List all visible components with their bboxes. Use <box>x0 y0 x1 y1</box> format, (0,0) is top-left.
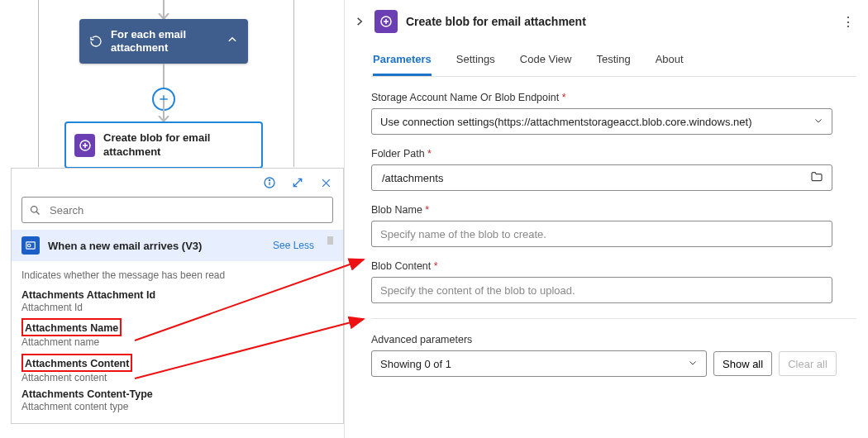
token-source-title: When a new email arrives (V3) <box>48 240 202 252</box>
expand-icon[interactable] <box>290 175 305 190</box>
foreach-card[interactable]: For each email attachment <box>79 19 248 64</box>
loop-icon <box>89 35 103 48</box>
token-item[interactable]: Attachments Content-Type Attachment cont… <box>21 388 333 412</box>
tab-settings[interactable]: Settings <box>456 48 495 76</box>
field-label: Blob Name * <box>371 204 856 216</box>
scrollbar[interactable] <box>327 236 333 245</box>
see-less-link[interactable]: See Less <box>273 240 314 251</box>
config-header: Create blob for email attachment ⋮ <box>353 5 856 48</box>
blob-content-placeholder: Specify the content of the blob to uploa… <box>380 284 575 297</box>
token-item[interactable]: Attachments Content Attachment content <box>21 354 333 383</box>
info-icon[interactable] <box>262 175 277 190</box>
create-blob-card[interactable]: Create blob for email attachment <box>64 121 263 169</box>
token-title: Attachments Name <box>25 322 118 334</box>
storage-account-value: Use connection settings(https://attachme… <box>380 116 751 128</box>
svg-point-9 <box>31 206 38 212</box>
field-advanced: Advanced parameters Showing 0 of 1 Show … <box>371 334 856 377</box>
outlook-icon <box>21 236 40 255</box>
folder-path-field[interactable] <box>380 171 810 185</box>
separator <box>371 318 856 319</box>
svg-point-5 <box>269 179 269 180</box>
chevron-down-icon <box>688 358 698 370</box>
config-tabs: Parameters Settings Code View Testing Ab… <box>371 48 856 77</box>
show-all-button[interactable]: Show all <box>713 351 772 376</box>
token-picker-panel: When a new email arrives (V3) See Less I… <box>11 168 344 424</box>
create-blob-label: Create blob for email attachment <box>103 131 253 159</box>
blob-name-input[interactable]: Specify name of the blob to create. <box>371 221 832 247</box>
token-item[interactable]: Attachments Attachment Id Attachment Id <box>21 289 333 313</box>
connector <box>163 64 165 88</box>
field-label: Blob Content * <box>371 260 856 272</box>
blob-storage-icon <box>74 134 95 157</box>
workflow-canvas: For each email attachment Create blob fo… <box>0 0 344 438</box>
svg-line-10 <box>36 212 39 214</box>
blob-storage-icon <box>374 10 398 33</box>
clear-all-button: Clear all <box>779 351 837 376</box>
config-form: Storage Account Name Or Blob Endpoint * … <box>371 92 856 390</box>
config-title: Create blob for email attachment <box>406 15 586 28</box>
close-icon[interactable] <box>318 175 333 190</box>
chevron-down-icon <box>813 116 823 128</box>
folder-icon[interactable] <box>810 170 823 186</box>
token-item[interactable]: Attachments Name Attachment name <box>21 318 333 348</box>
tab-about[interactable]: About <box>656 48 684 76</box>
field-label: Advanced parameters <box>371 334 856 345</box>
token-list: Indicates whether the message has been r… <box>12 261 343 423</box>
field-label: Folder Path * <box>371 148 856 159</box>
config-panel: Create blob for email attachment ⋮ Param… <box>344 0 868 438</box>
token-source-row[interactable]: When a new email arrives (V3) See Less <box>12 230 343 261</box>
folder-path-input[interactable] <box>371 164 832 191</box>
storage-account-select[interactable]: Use connection settings(https://attachme… <box>371 108 832 135</box>
token-desc: Attachment content type <box>21 401 333 412</box>
foreach-label: For each email attachment <box>111 28 218 55</box>
token-title: Attachments Attachment Id <box>21 289 333 302</box>
field-storage-account: Storage Account Name Or Blob Endpoint * … <box>371 92 856 135</box>
tab-testing[interactable]: Testing <box>596 48 630 76</box>
field-folder-path: Folder Path * <box>371 148 856 191</box>
tab-code-view[interactable]: Code View <box>520 48 572 76</box>
token-desc: Attachment name <box>21 336 333 348</box>
blob-content-input[interactable]: Specify the content of the blob to uploa… <box>371 277 832 303</box>
field-label: Storage Account Name Or Blob Endpoint * <box>371 92 856 103</box>
tab-parameters[interactable]: Parameters <box>373 48 432 76</box>
advanced-value: Showing 0 of 1 <box>380 358 451 370</box>
chevron-right-icon[interactable] <box>353 15 366 28</box>
token-desc: Attachment Id <box>21 302 333 313</box>
blob-name-placeholder: Specify name of the blob to create. <box>380 228 546 240</box>
token-search-wrap[interactable] <box>21 197 333 223</box>
token-title: Attachments Content-Type <box>21 388 333 401</box>
advanced-select[interactable]: Showing 0 of 1 <box>371 350 707 377</box>
token-title: Attachments Content <box>25 358 129 369</box>
svg-point-12 <box>28 244 31 247</box>
svg-line-6 <box>293 179 301 186</box>
more-menu-icon[interactable]: ⋮ <box>842 14 856 30</box>
field-blob-content: Blob Content * Specify the content of th… <box>371 260 856 303</box>
token-search-input[interactable] <box>48 203 326 217</box>
chevron-up-icon[interactable] <box>227 34 238 49</box>
token-desc: Attachment content <box>21 372 333 383</box>
token-hint: Indicates whether the message has been r… <box>21 269 333 281</box>
token-panel-toolbar <box>12 169 343 197</box>
field-blob-name: Blob Name * Specify name of the blob to … <box>371 204 856 247</box>
